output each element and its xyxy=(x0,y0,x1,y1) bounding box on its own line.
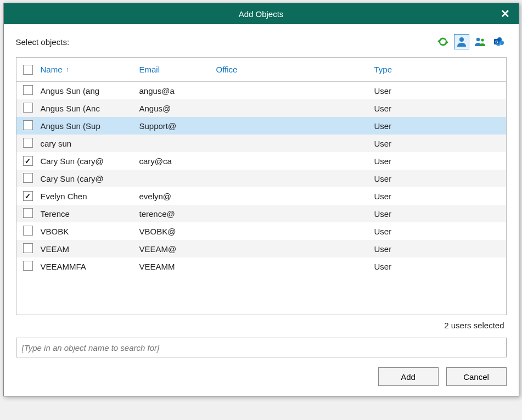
table-row[interactable]: VEEAMMFAVEEAMMUser xyxy=(16,257,506,275)
row-name: Terence xyxy=(41,209,139,219)
row-type: User xyxy=(374,104,506,113)
row-check-cell xyxy=(23,138,41,149)
add-button[interactable]: Add xyxy=(378,367,439,386)
row-name: Angus Sun (Sup xyxy=(41,121,139,131)
table-row[interactable]: Cary Sun (cary@cary@caUser xyxy=(16,152,506,170)
close-icon[interactable]: ✕ xyxy=(497,7,513,20)
table-header: Name ↑ Email Office Type xyxy=(16,58,506,82)
row-name: VEEAM xyxy=(41,244,139,254)
group-filter-icon[interactable] xyxy=(473,34,488,49)
row-check-cell xyxy=(23,243,41,255)
row-check-cell xyxy=(23,226,41,237)
row-checkbox[interactable] xyxy=(23,261,33,271)
row-check-cell xyxy=(23,120,41,132)
sort-asc-icon: ↑ xyxy=(66,66,69,74)
row-email: terence@ xyxy=(139,209,216,219)
row-type: User xyxy=(374,209,506,219)
row-type: User xyxy=(374,156,506,166)
table-row[interactable]: Evelyn Chenevelyn@User xyxy=(16,187,506,205)
table-row[interactable]: Angus Sun (AncAngus@User xyxy=(16,99,506,117)
table-row[interactable]: VEEAMVEEAM@User xyxy=(16,240,506,257)
button-row: Add Cancel xyxy=(16,367,507,386)
row-type: User xyxy=(374,86,506,96)
search-input[interactable] xyxy=(16,338,507,357)
row-email: VEEAMM xyxy=(139,262,216,271)
row-email: angus@a xyxy=(139,86,216,96)
row-email: VEEAM@ xyxy=(139,244,216,254)
selection-status: 2 users selected xyxy=(16,315,507,338)
row-check-cell xyxy=(23,156,41,166)
dialog-content: Select objects: xyxy=(4,24,519,396)
svg-text:S: S xyxy=(495,40,498,44)
row-checkbox[interactable] xyxy=(23,243,33,253)
row-checkbox[interactable] xyxy=(23,120,33,130)
row-email: VBOBK@ xyxy=(139,227,216,236)
row-checkbox[interactable] xyxy=(23,85,33,95)
row-checkbox[interactable] xyxy=(23,156,33,166)
row-type: User xyxy=(374,227,506,236)
row-name: cary sun xyxy=(41,139,139,148)
column-header-email[interactable]: Email xyxy=(139,65,216,74)
row-name: VEEAMMFA xyxy=(41,262,139,271)
row-name: Evelyn Chen xyxy=(41,192,139,201)
row-checkbox[interactable] xyxy=(23,226,33,236)
objects-table: Name ↑ Email Office Type Angus Sun (anga… xyxy=(16,57,507,315)
svg-marker-1 xyxy=(446,41,448,44)
row-checkbox[interactable] xyxy=(23,191,33,201)
titlebar: Add Objects ✕ xyxy=(4,3,519,24)
row-check-cell xyxy=(23,191,41,201)
dialog-title: Add Objects xyxy=(239,9,284,19)
row-email: cary@ca xyxy=(139,156,216,166)
select-objects-label: Select objects: xyxy=(16,37,70,47)
table-row[interactable]: Terenceterence@User xyxy=(16,205,506,222)
column-header-name[interactable]: Name ↑ xyxy=(41,65,139,74)
row-name: VBOBK xyxy=(41,227,139,236)
row-check-cell xyxy=(23,85,41,97)
row-name: Cary Sun (cary@ xyxy=(41,156,139,166)
sharepoint-filter-icon[interactable]: S xyxy=(491,34,507,49)
user-filter-icon[interactable] xyxy=(454,34,469,49)
filter-icon-group: S xyxy=(435,34,507,49)
table-row[interactable]: Cary Sun (cary@User xyxy=(16,170,506,187)
row-checkbox[interactable] xyxy=(23,103,33,113)
select-all-checkbox[interactable] xyxy=(23,65,33,75)
table-row[interactable]: Angus Sun (SupSupport@User xyxy=(16,117,506,135)
table-row[interactable]: VBOBKVBOBK@User xyxy=(16,222,506,240)
table-body: Angus Sun (angangus@aUserAngus Sun (AncA… xyxy=(16,82,506,315)
row-type: User xyxy=(374,121,506,131)
row-check-cell xyxy=(23,173,41,184)
row-type: User xyxy=(374,192,506,201)
row-name: Angus Sun (Anc xyxy=(41,104,139,113)
row-email: Angus@ xyxy=(139,104,216,113)
column-header-type[interactable]: Type xyxy=(374,65,506,74)
table-row[interactable]: Angus Sun (angangus@aUser xyxy=(16,82,506,99)
top-row: Select objects: xyxy=(16,34,507,49)
select-all-cell xyxy=(23,65,41,75)
row-email: evelyn@ xyxy=(139,192,216,201)
row-check-cell xyxy=(23,103,41,114)
row-type: User xyxy=(374,139,506,148)
svg-point-3 xyxy=(476,38,479,41)
row-checkbox[interactable] xyxy=(23,138,33,148)
row-checkbox[interactable] xyxy=(23,208,33,218)
column-header-office[interactable]: Office xyxy=(216,65,374,74)
row-check-cell xyxy=(23,261,41,272)
add-objects-dialog: Add Objects ✕ Select objects: xyxy=(3,3,519,396)
row-type: User xyxy=(374,244,506,254)
cancel-button[interactable]: Cancel xyxy=(446,367,507,386)
svg-point-2 xyxy=(459,37,464,42)
row-name: Angus Sun (ang xyxy=(41,86,139,96)
row-checkbox[interactable] xyxy=(23,173,33,183)
row-type: User xyxy=(374,174,506,183)
refresh-icon[interactable] xyxy=(435,34,451,49)
svg-point-4 xyxy=(481,38,484,41)
row-check-cell xyxy=(23,208,41,220)
row-name: Cary Sun (cary@ xyxy=(41,174,139,183)
row-email: Support@ xyxy=(139,121,216,131)
table-row[interactable]: cary sunUser xyxy=(16,135,506,152)
row-type: User xyxy=(374,262,506,271)
column-name-label: Name xyxy=(41,65,63,74)
